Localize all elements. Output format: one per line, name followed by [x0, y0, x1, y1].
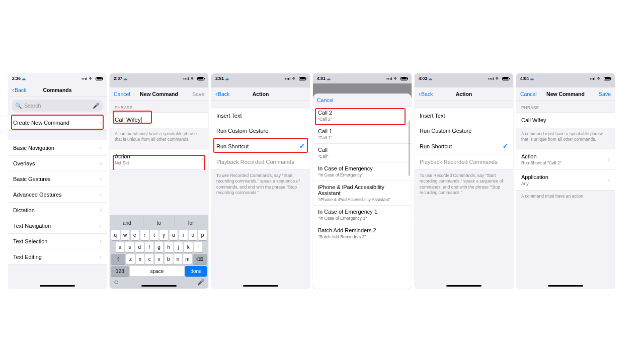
action-option[interactable]: Insert Text — [415, 108, 513, 123]
status-bar: 4:04☁ ••ıl ᯤ — [516, 73, 615, 83]
key-k[interactable]: k — [184, 242, 193, 252]
shortcut-row[interactable]: In Case of Emergency 1"In Case of Emerge… — [313, 206, 412, 224]
nav-title: Action — [456, 91, 472, 97]
phrase-input[interactable]: Call Wifey — [516, 113, 615, 128]
action-option[interactable]: Run Custom Gesture — [415, 123, 513, 138]
category-row[interactable]: Text Navigation› — [8, 218, 107, 234]
key-b[interactable]: b — [165, 254, 173, 264]
key-a[interactable]: a — [116, 242, 124, 252]
key-i[interactable]: i — [179, 230, 188, 240]
home-indicator — [446, 285, 481, 287]
shortcut-row[interactable]: In Case of Emergency"In Case of Emergenc… — [313, 162, 412, 181]
key-p[interactable]: p — [198, 230, 207, 240]
category-row[interactable]: Advanced Gestures› — [8, 187, 107, 203]
home-indicator — [40, 285, 75, 287]
cancel-button[interactable]: Cancel — [317, 97, 334, 103]
key-x[interactable]: x — [136, 254, 144, 264]
nav-bar: Cancel New Command Save — [516, 87, 615, 101]
category-row[interactable]: Text Selection› — [8, 234, 107, 249]
key-q[interactable]: q — [111, 230, 120, 240]
screen-commands: 2:36☁ ••ıl ᯤ ‹Back Commands 🔍 Search 🎤 C… — [8, 73, 107, 289]
chevron-right-icon: › — [100, 144, 102, 151]
emoji-key[interactable]: ☺ — [113, 279, 119, 286]
key-r[interactable]: r — [140, 230, 149, 240]
sheet-peek — [516, 83, 615, 87]
category-row[interactable]: Text Editing› — [8, 249, 107, 264]
shift-key[interactable]: ⇧ — [111, 254, 125, 264]
chevron-right-icon: › — [100, 191, 102, 198]
suggestion-bar[interactable]: and to for — [111, 217, 207, 228]
back-button[interactable]: Back — [218, 91, 229, 97]
key-v[interactable]: v — [155, 254, 163, 264]
back-button[interactable]: Back — [15, 87, 26, 93]
key-s[interactable]: s — [125, 242, 134, 252]
action-option[interactable]: Run Shortcut✓ — [211, 138, 310, 154]
chevron-left-icon: ‹ — [419, 90, 421, 98]
save-button[interactable]: Save — [599, 91, 611, 97]
shortcut-row[interactable]: iPhone & iPad Accessibility Assistant"iP… — [313, 181, 412, 206]
shortcut-row[interactable]: Batch Add Reminders 2"Batch Add Reminder… — [313, 224, 412, 242]
sheet-peek — [110, 83, 208, 87]
key-f[interactable]: f — [145, 242, 153, 252]
dictation-key[interactable]: 🎤 — [197, 279, 205, 286]
key-u[interactable]: u — [170, 230, 178, 240]
search-input[interactable]: 🔍 Search 🎤 — [12, 100, 103, 112]
key-d[interactable]: d — [135, 242, 144, 252]
nav-title: Action — [253, 91, 269, 97]
category-row[interactable]: Dictation› — [8, 203, 107, 218]
nav-bar: ‹Back Action — [415, 87, 513, 101]
chevron-right-icon: › — [100, 253, 102, 260]
key-j[interactable]: j — [174, 242, 183, 252]
setting-row[interactable]: ApplicationAny› — [516, 170, 615, 190]
nav-title: New Command — [140, 91, 178, 97]
key-l[interactable]: l — [194, 242, 202, 252]
shortcut-row[interactable]: Call"Call" — [313, 144, 412, 162]
chevron-right-icon: › — [100, 160, 102, 167]
checkmark-icon: ✓ — [503, 142, 508, 150]
sync-icon: ☁ — [225, 76, 229, 81]
mic-icon[interactable]: 🎤 — [93, 103, 100, 109]
nav-bar: ‹Back Action — [211, 87, 310, 101]
keyboard[interactable]: and to for qwertyuiop asdfghjkl ⇧ zxcvbn… — [110, 215, 208, 289]
shortcut-row[interactable]: Call 1"Call 1" — [313, 125, 412, 144]
key-n[interactable]: n — [174, 254, 182, 264]
action-option[interactable]: Run Custom Gesture — [211, 123, 310, 138]
key-e[interactable]: e — [131, 230, 139, 240]
setting-row[interactable]: ActionRun Shortcut "Call 2"› — [516, 149, 615, 170]
space-key[interactable]: space — [130, 266, 184, 277]
category-row[interactable]: Basic Gestures› — [8, 171, 107, 187]
status-bar: 2:51☁ ••ıl ᯤ — [211, 73, 310, 83]
key-g[interactable]: g — [155, 242, 164, 252]
key-h[interactable]: h — [165, 242, 173, 252]
status-icons: ••ıl ᯤ — [386, 76, 408, 81]
back-button[interactable]: Back — [421, 91, 433, 97]
key-y[interactable]: y — [159, 230, 168, 240]
action-option[interactable]: Insert Text — [211, 108, 310, 123]
cancel-button[interactable]: Cancel — [520, 91, 537, 97]
status-icons: ••ıl ᯤ — [82, 76, 103, 81]
chevron-left-icon: ‹ — [215, 90, 217, 98]
key-z[interactable]: z — [126, 254, 134, 264]
phrase-input[interactable]: Call Wifey — [110, 113, 208, 128]
key-c[interactable]: c — [145, 254, 153, 264]
shortcut-sheet: Cancel Call 2"Call 2"Call 1"Call 1"Call"… — [313, 94, 412, 289]
done-key[interactable]: done — [185, 266, 207, 277]
category-row[interactable]: Overlays› — [8, 156, 107, 171]
screen-new-command-filled: 4:04☁ ••ıl ᯤ Cancel New Command Save PHR… — [516, 73, 615, 289]
action-row[interactable]: Action Not Set › — [110, 149, 208, 169]
create-new-command[interactable]: Create New Command › — [8, 115, 107, 130]
nav-title: Commands — [43, 87, 71, 93]
chevron-right-icon: › — [100, 175, 102, 183]
category-row[interactable]: Basic Navigation› — [8, 140, 107, 156]
key-m[interactable]: m — [183, 254, 191, 264]
action-option[interactable]: Run Shortcut✓ — [415, 138, 513, 154]
key-w[interactable]: w — [121, 230, 129, 240]
cancel-button[interactable]: Cancel — [114, 91, 130, 97]
save-button[interactable]: Save — [192, 91, 204, 97]
key-t[interactable]: t — [150, 230, 158, 240]
backspace-key[interactable]: ⌫ — [193, 254, 207, 264]
key-o[interactable]: o — [189, 230, 197, 240]
shortcut-row[interactable]: Call 2"Call 2" — [313, 107, 412, 125]
numbers-key[interactable]: 123 — [111, 266, 129, 277]
status-icons: ••ıl ᯤ — [285, 76, 306, 81]
